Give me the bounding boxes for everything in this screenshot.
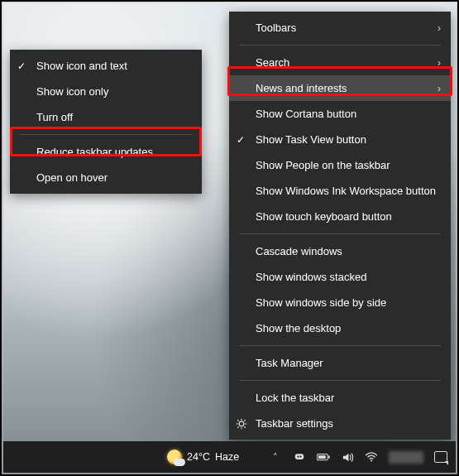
- svg-rect-14: [318, 455, 326, 459]
- svg-point-15: [371, 459, 372, 461]
- menu-item-show-task-view-button[interactable]: ✓ Show Task View button: [229, 127, 451, 152]
- menu-item-show-windows-ink-workspace[interactable]: Show Windows Ink Workspace button: [229, 178, 451, 204]
- chevron-right-icon: ›: [437, 83, 441, 94]
- menu-item-label: Lock the taskbar: [256, 392, 334, 404]
- menu-item-news-and-interests[interactable]: News and interests ›: [229, 75, 451, 101]
- submenu-item-turn-off[interactable]: Turn off: [10, 104, 202, 130]
- desktop: ✓ Show icon and text Show icon only Turn…: [0, 0, 459, 476]
- menu-separator: [239, 45, 441, 46]
- menu-item-show-people-on-taskbar[interactable]: Show People on the taskbar: [229, 152, 451, 178]
- menu-item-label: Show Task View button: [256, 133, 366, 146]
- menu-item-label: Show icon only: [36, 85, 108, 98]
- menu-item-label: Taskbar settings: [256, 417, 333, 430]
- taskbar[interactable]: 24°C Haze ˄: [3, 441, 456, 473]
- menu-item-label: Show Cortana button: [256, 108, 356, 120]
- menu-item-label: Open on hover: [36, 171, 108, 184]
- svg-point-0: [239, 421, 244, 426]
- gear-icon: [236, 418, 247, 430]
- weather-description: Haze: [215, 451, 239, 463]
- menu-item-taskbar-settings[interactable]: Taskbar settings: [229, 411, 451, 436]
- menu-item-label: Show touch keyboard button: [256, 210, 392, 223]
- svg-point-11: [299, 456, 301, 458]
- svg-rect-9: [295, 454, 304, 459]
- menu-item-show-the-desktop[interactable]: Show the desktop: [229, 315, 451, 341]
- weather-icon: [167, 450, 182, 464]
- svg-point-10: [297, 456, 299, 458]
- taskbar-weather-widget[interactable]: 24°C Haze: [167, 450, 239, 464]
- discord-icon[interactable]: [293, 450, 306, 464]
- menu-item-cascade-windows[interactable]: Cascade windows: [229, 238, 451, 264]
- tray-clock-blurred[interactable]: [389, 451, 423, 464]
- system-tray: ˄: [269, 450, 456, 464]
- submenu-item-show-icon-only[interactable]: Show icon only: [10, 79, 202, 104]
- menu-item-label: Cascade windows: [256, 245, 342, 257]
- svg-line-6: [244, 426, 245, 427]
- menu-item-show-windows-side-by-side[interactable]: Show windows side by side: [229, 290, 451, 315]
- notifications-icon[interactable]: [434, 450, 447, 464]
- menu-item-task-manager[interactable]: Task Manager: [229, 350, 451, 376]
- menu-separator: [239, 345, 441, 346]
- svg-line-5: [237, 420, 238, 421]
- menu-item-label: Search: [256, 56, 289, 69]
- submenu-item-show-icon-and-text[interactable]: ✓ Show icon and text: [10, 53, 202, 79]
- menu-item-label: Show windows stacked: [256, 271, 366, 283]
- svg-line-8: [244, 420, 245, 421]
- volume-icon[interactable]: [341, 450, 354, 464]
- menu-item-label: Show the desktop: [256, 322, 341, 334]
- taskbar-context-menu: Toolbars › Search › News and interests ›…: [229, 12, 451, 440]
- check-icon: ✓: [17, 60, 26, 72]
- menu-item-label: Task Manager: [256, 357, 323, 369]
- svg-line-7: [237, 426, 238, 427]
- menu-item-label: Show People on the taskbar: [256, 159, 390, 171]
- tray-overflow-icon[interactable]: ˄: [269, 450, 282, 464]
- menu-item-toolbars[interactable]: Toolbars ›: [229, 15, 451, 41]
- menu-separator: [20, 134, 192, 135]
- svg-rect-13: [328, 455, 330, 458]
- battery-icon[interactable]: [317, 450, 330, 464]
- wifi-icon[interactable]: [365, 450, 378, 464]
- submenu-news-and-interests: ✓ Show icon and text Show icon only Turn…: [10, 50, 202, 194]
- menu-item-label: Toolbars: [256, 22, 296, 34]
- check-icon: ✓: [237, 134, 245, 146]
- menu-item-label: Reduce taskbar updates: [36, 146, 153, 158]
- menu-item-label: Show Windows Ink Workspace button: [256, 185, 436, 197]
- submenu-item-reduce-taskbar-updates[interactable]: Reduce taskbar updates: [10, 139, 202, 165]
- menu-item-label: Show icon and text: [36, 60, 127, 72]
- menu-separator: [239, 380, 441, 381]
- menu-item-show-cortana-button[interactable]: Show Cortana button: [229, 101, 451, 127]
- menu-item-show-windows-stacked[interactable]: Show windows stacked: [229, 264, 451, 290]
- menu-item-label: Turn off: [36, 111, 73, 123]
- menu-item-label: News and interests: [256, 82, 347, 94]
- chevron-right-icon: ›: [437, 22, 441, 34]
- menu-item-lock-the-taskbar[interactable]: Lock the taskbar: [229, 385, 451, 411]
- weather-temperature: 24°C: [187, 451, 210, 463]
- chevron-right-icon: ›: [437, 57, 441, 69]
- submenu-item-open-on-hover[interactable]: Open on hover: [10, 165, 202, 190]
- menu-separator: [239, 233, 441, 234]
- menu-item-search[interactable]: Search ›: [229, 50, 451, 75]
- menu-item-label: Show windows side by side: [256, 296, 386, 309]
- menu-item-show-touch-keyboard[interactable]: Show touch keyboard button: [229, 204, 451, 229]
